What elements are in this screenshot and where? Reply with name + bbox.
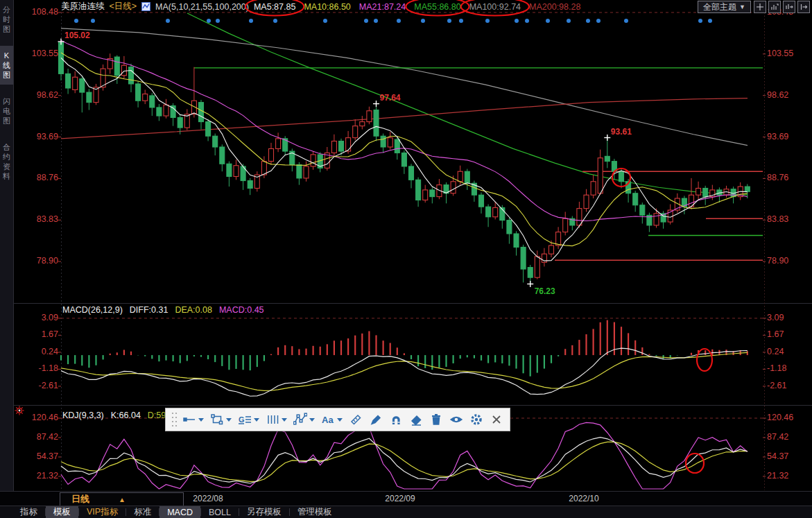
wave-tool-icon: [293, 413, 307, 426]
period-tag: <日线>: [110, 1, 137, 12]
pencil-tool[interactable]: [368, 412, 384, 427]
y-axis-label-right: -1.18: [767, 363, 810, 373]
y-axis-label-left: 3.09: [17, 313, 58, 322]
high-price-annotation: 97.64: [380, 93, 401, 103]
y-axis-label-left: 98.62: [17, 90, 58, 100]
x-axis-date-label: 2022/08: [180, 494, 236, 503]
macd-panel-header: MACD(26,12,9) DIFF:0.31 DEA:0.08 MACD:0.…: [62, 305, 264, 315]
y-axis-label-left: 83.83: [17, 214, 58, 224]
drag-handle-icon[interactable]: [171, 411, 178, 428]
y-axis-label-right: 1.67: [767, 329, 810, 339]
line-tool-icon: [182, 413, 196, 426]
magnet-tool-icon: [389, 413, 403, 426]
y-axis-label-left: 87.42: [17, 432, 58, 442]
kdj-title: KDJ(9,3,3): [62, 411, 104, 420]
y-axis-label-right: 98.62: [767, 90, 810, 100]
shape-tool[interactable]: [209, 412, 233, 427]
chevron-down-icon[interactable]: [198, 418, 204, 422]
y-axis-label-left: -2.61: [17, 381, 58, 390]
chevron-down-icon[interactable]: [337, 418, 343, 422]
zoom-y-icon[interactable]: [768, 1, 781, 13]
zoom-x-icon[interactable]: [783, 1, 795, 13]
gann-tool[interactable]: G: [236, 412, 261, 427]
chevron-down-icon[interactable]: [282, 418, 287, 422]
shape-tool-icon: [210, 413, 224, 426]
y-axis-label-right: 93.69: [767, 132, 810, 141]
y-axis-label-left: 54.37: [17, 451, 58, 461]
kline-icon: [141, 2, 150, 11]
ruler-tool[interactable]: [347, 412, 364, 427]
y-axis-label-left: 1.67: [17, 329, 58, 339]
settings-tool-icon: [469, 413, 483, 426]
y-axis-label-right: 83.83: [767, 214, 810, 224]
x-axis-date-label: 2022/10: [556, 494, 612, 503]
grid-lines-tool[interactable]: [264, 412, 288, 427]
y-axis-label-right: 88.76: [767, 173, 810, 182]
theme-selector-button[interactable]: 全部主题 ▼: [698, 1, 751, 13]
y-axis-label-left: 0.24: [17, 347, 58, 356]
pan-icon[interactable]: [754, 1, 766, 13]
chevron-down-icon: ▼: [739, 3, 745, 10]
trash-tool[interactable]: [428, 412, 444, 427]
y-axis-label-left: 21.32: [17, 471, 58, 481]
gann-tool-icon: G: [238, 413, 252, 426]
chevron-down-icon[interactable]: [226, 418, 232, 422]
y-axis-label-right: 103.55: [767, 49, 810, 58]
eraser-tool-icon: [409, 413, 423, 426]
wave-tool[interactable]: [292, 412, 316, 427]
y-axis-label-right: -2.61: [767, 381, 810, 390]
y-axis-label-left: 120.46: [17, 413, 58, 422]
y-axis-label-right: 3.09: [767, 313, 810, 322]
ma10-value: MA10:86.50: [304, 2, 350, 12]
svg-text:G: G: [239, 415, 245, 424]
pencil-tool-icon: [369, 413, 383, 426]
high-price-annotation: 105.02: [64, 31, 90, 40]
ma-values: MA5:87.85MA10:86.50MA21:87.24MA55:86.80M…: [254, 2, 580, 12]
ma100-value: MA100:92.74: [469, 2, 521, 12]
grid-lines-tool-icon: [266, 413, 279, 426]
chart-canvas[interactable]: [0, 0, 812, 518]
y-axis-label-left: 93.69: [17, 132, 58, 141]
drawing-toolbar[interactable]: GAa: [165, 408, 510, 431]
close-toolbar[interactable]: [488, 412, 505, 427]
macd-diff-value: DIFF:0.31: [130, 305, 169, 315]
y-axis-label-right: 87.42: [767, 432, 810, 442]
y-axis-label-right: 120.46: [767, 413, 810, 422]
chart-header: 美原油连续 <日线> MA(5,10,21,55,100,200) MA5:87…: [61, 0, 580, 13]
ma200-value: MA200:98.28: [529, 2, 580, 12]
ma21-value: MA21:87.24: [359, 2, 406, 12]
theme-selector-label: 全部主题: [703, 1, 736, 13]
text-tool[interactable]: Aa: [320, 412, 344, 427]
y-axis-label-right: 78.90: [767, 256, 810, 266]
y-axis-label-left: -1.18: [17, 363, 58, 373]
y-axis-label-left: 103.55: [17, 49, 58, 58]
macd-title: MACD(26,12,9): [62, 305, 123, 315]
ma5-value: MA5:87.85: [254, 2, 295, 12]
magnet-tool[interactable]: [388, 412, 404, 427]
y-axis-label-right: 0.24: [767, 347, 810, 356]
goto-latest-icon[interactable]: [797, 1, 810, 13]
instrument-title: 美原油连续: [61, 1, 105, 12]
y-axis-label-right: 21.32: [767, 471, 810, 481]
kdj-panel-header: KDJ(9,3,3) K:66.04 D:59.6: [62, 411, 173, 420]
macd-dea-value: DEA:0.08: [175, 305, 212, 315]
chevron-down-icon[interactable]: [254, 418, 259, 422]
settings-tool[interactable]: [468, 412, 485, 427]
chevron-down-icon[interactable]: [309, 418, 315, 422]
macd-macd-value: MACD:0.45: [219, 305, 264, 315]
y-axis-label-left: 88.76: [17, 173, 58, 182]
eraser-tool[interactable]: [408, 412, 424, 427]
y-axis-label-left: 108.48: [17, 7, 58, 17]
ma-overlay-label: MA(5,10,21,55,100,200): [155, 2, 249, 12]
ruler-tool-icon: [349, 413, 363, 426]
line-tool[interactable]: [181, 412, 205, 427]
close-toolbar-icon: [490, 413, 503, 426]
visibility-tool-icon: [449, 413, 463, 426]
y-axis-label-right: 54.37: [767, 451, 810, 461]
top-right-controls: 全部主题 ▼: [698, 1, 810, 13]
text-tool-icon: Aa: [321, 413, 335, 426]
kdj-k-value: K:66.04: [111, 411, 141, 420]
low-price-annotation: 76.23: [535, 286, 555, 296]
visibility-tool[interactable]: [448, 412, 465, 427]
svg-text:Aa: Aa: [322, 415, 334, 425]
